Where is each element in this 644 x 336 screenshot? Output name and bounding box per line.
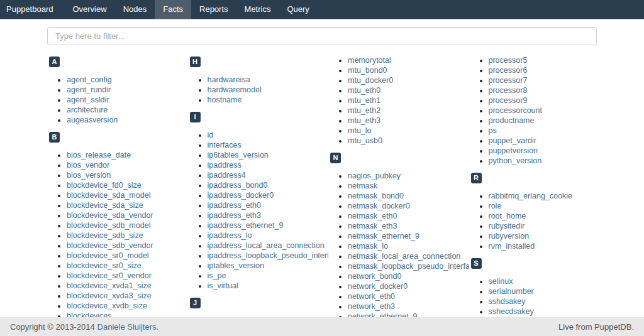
fact-item: mtu_eth2 <box>348 106 469 116</box>
fact-link-blockdevice_sr0_model[interactable]: blockdevice_sr0_model <box>67 251 149 260</box>
fact-link-blockdevice_sdb_size[interactable]: blockdevice_sdb_size <box>67 231 143 240</box>
fact-link-netmask_ethernet_9[interactable]: netmask_ethernet_9 <box>348 232 419 241</box>
fact-link-mtu_lo[interactable]: mtu_lo <box>348 126 372 135</box>
fact-link-bios_release_date[interactable]: bios_release_date <box>67 151 131 160</box>
fact-link-puppetversion[interactable]: puppetversion <box>489 146 538 155</box>
fact-section-h: Hhardwareisahardwaremodelhostname <box>188 55 329 105</box>
fact-link-blockdevice_sr0_size[interactable]: blockdevice_sr0_size <box>67 261 142 270</box>
fact-link-ipaddress_eth3[interactable]: ipaddress_eth3 <box>208 211 261 220</box>
nav-item-nodes[interactable]: Nodes <box>115 0 155 19</box>
fact-list: processor5processor6processor7processor8… <box>469 55 610 166</box>
fact-link-bios_version[interactable]: bios_version <box>67 171 111 180</box>
fact-link-nagios_pubkey[interactable]: nagios_pubkey <box>348 171 401 180</box>
fact-link-network_docker0[interactable]: network_docker0 <box>348 282 408 291</box>
fact-link-ipaddress4[interactable]: ipaddress4 <box>208 171 246 180</box>
fact-link-ipaddress_bond0[interactable]: ipaddress_bond0 <box>208 181 268 190</box>
fact-link-rvm_installed[interactable]: rvm_installed <box>489 242 535 251</box>
fact-link-hardwareisa[interactable]: hardwareisa <box>208 75 250 84</box>
fact-link-ipaddress_loopback_pseudo_interface[interactable]: ipaddress_loopback_pseudo_interface <box>208 251 329 260</box>
fact-link-netmask_loopback_pseudo_interface[interactable]: netmask_loopback_pseudo_interface <box>348 262 469 271</box>
fact-link-ipaddress_docker0[interactable]: ipaddress_docker0 <box>208 191 274 200</box>
fact-link-blockdevice_xvda1_size[interactable]: blockdevice_xvda1_size <box>67 281 152 290</box>
fact-link-bios_vendor[interactable]: bios_vendor <box>67 161 109 170</box>
fact-link-mtu_eth2[interactable]: mtu_eth2 <box>348 106 380 115</box>
nav-item-metrics[interactable]: Metrics <box>236 0 279 19</box>
fact-link-ipaddress[interactable]: ipaddress <box>208 161 242 170</box>
fact-item: ipaddress <box>208 160 329 170</box>
author-link[interactable]: Daniele Sluijters <box>97 322 157 332</box>
fact-link-role[interactable]: role <box>489 202 502 210</box>
fact-link-sshdsakey[interactable]: sshdsakey <box>489 297 526 306</box>
fact-link-network_bond0[interactable]: network_bond0 <box>348 272 401 281</box>
fact-section-s: Sselinuxserialnumbersshdsakeysshecdsakey <box>469 257 610 317</box>
fact-link-productname[interactable]: productname <box>489 116 535 125</box>
fact-link-mtu_eth3[interactable]: mtu_eth3 <box>348 116 380 125</box>
fact-link-ipaddress_local_area_connection[interactable]: ipaddress_local_area_connection <box>208 241 325 250</box>
fact-link-netmask_local_area_connection[interactable]: netmask_local_area_connection <box>348 252 460 261</box>
filter-input[interactable] <box>47 27 597 45</box>
fact-link-augeasversion[interactable]: augeasversion <box>67 116 118 124</box>
fact-link-network_eth3[interactable]: network_eth3 <box>348 302 395 311</box>
fact-link-memorytotal[interactable]: memorytotal <box>348 56 391 65</box>
fact-link-agent_ssldir[interactable]: agent_ssldir <box>67 95 109 104</box>
fact-link-ps[interactable]: ps <box>489 126 497 135</box>
fact-link-blockdevice_fd0_size[interactable]: blockdevice_fd0_size <box>67 181 142 190</box>
fact-link-blockdevice_xvda3_size[interactable]: blockdevice_xvda3_size <box>67 291 152 300</box>
fact-link-hardwaremodel[interactable]: hardwaremodel <box>208 85 262 94</box>
fact-link-iptables_version[interactable]: iptables_version <box>208 261 264 270</box>
fact-link-mtu_eth1[interactable]: mtu_eth1 <box>348 96 380 105</box>
fact-link-is_virtual[interactable]: is_virtual <box>208 281 238 290</box>
fact-link-rubysitedir[interactable]: rubysitedir <box>489 222 525 230</box>
fact-link-processor9[interactable]: processor9 <box>489 96 528 105</box>
nav-item-facts[interactable]: Facts <box>155 0 191 19</box>
fact-link-selinux[interactable]: selinux <box>489 277 513 286</box>
fact-link-sshecdsakey[interactable]: sshecdsakey <box>489 307 534 316</box>
nav-item-query[interactable]: Query <box>279 0 317 19</box>
fact-link-processorcount[interactable]: processorcount <box>489 106 542 115</box>
fact-link-architecture[interactable]: architecture <box>67 106 108 114</box>
fact-link-mtu_eth0[interactable]: mtu_eth0 <box>348 86 380 95</box>
fact-link-mtu_docker0[interactable]: mtu_docker0 <box>348 76 393 85</box>
fact-link-blockdevice_sda_model[interactable]: blockdevice_sda_model <box>67 191 150 200</box>
fact-link-mtu_usb0[interactable]: mtu_usb0 <box>348 136 382 145</box>
fact-link-netmask_lo[interactable]: netmask_lo <box>348 242 388 251</box>
fact-link-netmask_bond0[interactable]: netmask_bond0 <box>348 192 404 200</box>
fact-link-blockdevice_sda_size[interactable]: blockdevice_sda_size <box>67 201 143 210</box>
fact-link-python_version[interactable]: python_version <box>489 156 542 165</box>
fact-link-blockdevice_xvdb_size[interactable]: blockdevice_xvdb_size <box>67 301 147 310</box>
fact-link-processor5[interactable]: processor5 <box>489 56 528 65</box>
fact-link-blockdevice_sr0_vendor[interactable]: blockdevice_sr0_vendor <box>67 271 152 280</box>
fact-link-agent_rundir[interactable]: agent_rundir <box>67 85 111 94</box>
fact-link-id[interactable]: id <box>208 131 214 139</box>
fact-link-netmask_docker0[interactable]: netmask_docker0 <box>348 202 410 210</box>
fact-link-root_home[interactable]: root_home <box>489 212 526 220</box>
fact-link-is_pe[interactable]: is_pe <box>208 271 226 280</box>
nav-item-overview[interactable]: Overview <box>64 0 114 19</box>
fact-link-processor7[interactable]: processor7 <box>489 76 528 85</box>
fact-link-processor6[interactable]: processor6 <box>489 66 528 75</box>
fact-link-ip6tables_version[interactable]: ip6tables_version <box>208 151 269 160</box>
fact-list: nagios_pubkeynetmasknetmask_bond0netmask… <box>328 171 469 322</box>
fact-link-rabbitmq_erlang_cookie[interactable]: rabbitmq_erlang_cookie <box>489 192 572 200</box>
fact-link-ipaddress_ethernet_9[interactable]: ipaddress_ethernet_9 <box>208 221 284 230</box>
fact-link-blockdevice_sdb_model[interactable]: blockdevice_sdb_model <box>67 221 150 230</box>
fact-link-agent_config[interactable]: agent_config <box>67 75 112 84</box>
fact-link-interfaces[interactable]: interfaces <box>208 141 242 149</box>
fact-link-serialnumber[interactable]: serialnumber <box>489 287 534 296</box>
fact-item: hardwaremodel <box>208 85 329 95</box>
fact-link-netmask[interactable]: netmask <box>348 182 377 190</box>
fact-link-blockdevice_sda_vendor[interactable]: blockdevice_sda_vendor <box>67 211 153 220</box>
fact-link-rubyversion[interactable]: rubyversion <box>489 232 530 241</box>
fact-link-netmask_eth3[interactable]: netmask_eth3 <box>348 222 397 230</box>
fact-link-mtu_bond0[interactable]: mtu_bond0 <box>348 66 387 75</box>
fact-link-processor8[interactable]: processor8 <box>489 86 528 95</box>
fact-link-puppet_vardir[interactable]: puppet_vardir <box>489 136 536 145</box>
fact-link-ipaddress_eth0[interactable]: ipaddress_eth0 <box>208 201 261 210</box>
brand-link[interactable]: Puppetboard <box>0 0 59 19</box>
fact-link-ipaddress_lo[interactable]: ipaddress_lo <box>208 231 252 240</box>
fact-link-netmask_eth0[interactable]: netmask_eth0 <box>348 212 397 220</box>
nav-item-reports[interactable]: Reports <box>191 0 236 19</box>
fact-link-blockdevice_sdb_vendor[interactable]: blockdevice_sdb_vendor <box>67 241 153 250</box>
fact-link-hostname[interactable]: hostname <box>208 95 242 104</box>
fact-link-network_eth0[interactable]: network_eth0 <box>348 292 395 301</box>
